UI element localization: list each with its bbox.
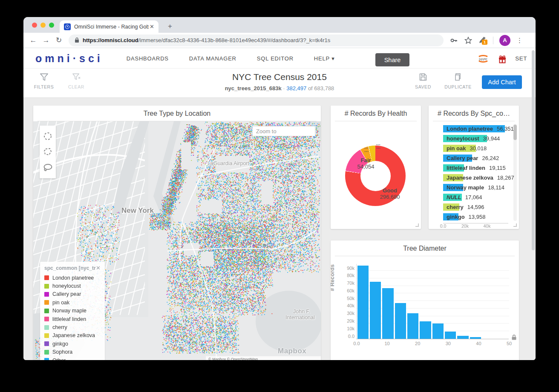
histogram-bar[interactable] bbox=[420, 321, 431, 339]
duplicate-button[interactable]: DUPLICATE bbox=[444, 73, 472, 89]
species-row[interactable]: littleleaf linden19,115 bbox=[429, 163, 510, 173]
species-x-axis bbox=[443, 223, 508, 223]
app-header: omni·sci DASHBOARDSDATA MANAGERSQL EDITO… bbox=[23, 49, 536, 69]
page-scrollbar-thumb[interactable] bbox=[532, 50, 535, 250]
map-attribution: © Mapbox © OpenStreetMap bbox=[206, 356, 321, 360]
legend-swatch bbox=[44, 275, 49, 280]
species-row[interactable]: London planetree56,351 bbox=[429, 124, 510, 134]
legend-item[interactable]: cherry bbox=[44, 323, 101, 331]
map-label-jfk-line1: John F. bbox=[293, 309, 310, 315]
map-chart-title[interactable]: Tree Type by Location bbox=[37, 106, 317, 121]
legend-item[interactable]: Other bbox=[44, 356, 101, 360]
minimize-window-button[interactable] bbox=[40, 23, 46, 28]
diameter-plot[interactable]: 0.010k20k30k40k50k60k70k80k90k0.01020304… bbox=[356, 264, 509, 339]
address-bar[interactable]: https://omnisci.cloud/immerse/dfac32c8-4… bbox=[69, 34, 444, 46]
histogram-bar[interactable] bbox=[357, 266, 369, 339]
browser-tab[interactable]: OmniSci Immerse - Racing Gob ✕ bbox=[60, 20, 158, 33]
species-axis-tick: 40k bbox=[483, 223, 490, 229]
legend-item[interactable]: Callery pear bbox=[44, 290, 101, 298]
histogram-bar[interactable] bbox=[370, 282, 381, 339]
species-row[interactable]: Norway maple18,114 bbox=[429, 183, 510, 192]
tab-close-icon[interactable]: ✕ bbox=[149, 23, 155, 30]
nav-item-dashboards[interactable]: DASHBOARDS bbox=[127, 55, 169, 62]
y-axis-tick: 50k bbox=[347, 296, 354, 301]
axis-lock-icon[interactable] bbox=[511, 335, 517, 340]
diameter-y-axis-label: # Records bbox=[331, 264, 335, 291]
species-scrollbar-thumb[interactable] bbox=[513, 125, 517, 140]
species-row[interactable]: Callery pear26,242 bbox=[429, 153, 510, 163]
share-button[interactable]: Share bbox=[375, 53, 409, 66]
legend-swatch bbox=[44, 350, 49, 355]
species-chart-body: London planetree56,351honeylocust39,944p… bbox=[429, 121, 519, 229]
nav-item-help[interactable]: HELP ▾ bbox=[314, 55, 335, 62]
reload-icon[interactable]: ↻ bbox=[52, 36, 65, 45]
legend-label: pin oak bbox=[52, 300, 69, 306]
saved-button[interactable]: SAVED bbox=[412, 73, 434, 89]
settings-link[interactable]: SET bbox=[515, 55, 527, 62]
password-key-icon[interactable] bbox=[450, 36, 458, 45]
forward-icon[interactable]: → bbox=[40, 36, 52, 45]
nav-item-sql-editor[interactable]: SQL EDITOR bbox=[257, 55, 294, 62]
bookmark-star-icon[interactable] bbox=[464, 36, 473, 45]
histogram-bar[interactable] bbox=[395, 303, 406, 339]
polygon-select-icon[interactable] bbox=[43, 147, 52, 157]
histogram-bar[interactable] bbox=[407, 313, 418, 339]
nav-item-data-manager[interactable]: DATA MANAGER bbox=[189, 55, 236, 62]
legend-item[interactable]: littleleaf linden bbox=[44, 315, 101, 323]
browser-menu-icon[interactable]: ⋮ bbox=[516, 37, 523, 44]
y-axis-tick: 80k bbox=[347, 273, 354, 278]
histogram-bar[interactable] bbox=[470, 337, 481, 339]
map-area: New York LaGuardia Airport John F. Inter… bbox=[33, 121, 321, 360]
jupyter-icon[interactable]: jupyter bbox=[477, 53, 490, 65]
legend-item[interactable]: honeylocust bbox=[44, 282, 101, 290]
legend-label: Norway maple bbox=[52, 308, 86, 314]
species-row-label: NULL17,064 bbox=[447, 192, 482, 202]
legend-close-icon[interactable]: ✕ bbox=[96, 265, 101, 271]
legend-item[interactable]: pin oak bbox=[44, 298, 101, 306]
histogram-bar[interactable] bbox=[445, 332, 456, 339]
lasso-select-icon[interactable] bbox=[43, 163, 53, 172]
legend-label: Sophora bbox=[52, 349, 72, 355]
legend-item[interactable]: Japanese zelkova bbox=[44, 332, 101, 340]
species-row[interactable]: NULL17,064 bbox=[429, 192, 510, 202]
profile-avatar[interactable]: A bbox=[499, 35, 510, 46]
species-row[interactable]: ginkgo13,958 bbox=[429, 212, 510, 222]
omnisci-logo[interactable]: omni·sci bbox=[35, 52, 103, 65]
close-window-button[interactable] bbox=[32, 23, 37, 28]
resize-handle[interactable] bbox=[513, 223, 517, 227]
zoom-to-input[interactable] bbox=[252, 126, 315, 136]
species-row[interactable]: honeylocust39,944 bbox=[429, 134, 510, 143]
legend-item[interactable]: London planetree bbox=[44, 274, 101, 282]
species-row-label: London planetree56,351 bbox=[447, 124, 514, 134]
species-chart-title[interactable]: # Records By Spc_co… bbox=[433, 106, 515, 121]
species-row[interactable]: cherry14,596 bbox=[429, 202, 510, 212]
extension-icon[interactable]: 1 bbox=[478, 35, 487, 46]
histogram-bar[interactable] bbox=[457, 336, 468, 339]
gift-icon[interactable] bbox=[497, 54, 507, 64]
diameter-x-axis-label: Tree Diameter bbox=[356, 359, 509, 360]
fullscreen-window-button[interactable] bbox=[49, 23, 54, 28]
toolbar-divider bbox=[493, 37, 493, 44]
legend-item[interactable]: Sophora bbox=[44, 348, 101, 356]
circle-select-icon[interactable] bbox=[43, 132, 52, 141]
histogram-bar[interactable] bbox=[382, 288, 393, 339]
diameter-chart-title[interactable]: Tree Diameter bbox=[335, 240, 515, 256]
legend-label: cherry bbox=[52, 324, 67, 330]
map-chart-card: Tree Type by Location bbox=[33, 106, 321, 360]
health-chart-title[interactable]: # Records By Health bbox=[335, 106, 417, 121]
species-scrollbar[interactable] bbox=[513, 124, 517, 221]
back-icon[interactable]: ← bbox=[27, 36, 40, 45]
x-axis-tick: 30 bbox=[446, 341, 451, 346]
legend-item[interactable]: Norway maple bbox=[44, 307, 101, 315]
histogram-bar[interactable] bbox=[432, 323, 444, 339]
add-chart-button[interactable]: Add Chart bbox=[482, 75, 522, 89]
species-row[interactable]: Japanese zelkova18,267 bbox=[429, 173, 510, 183]
new-tab-button[interactable]: + bbox=[165, 21, 175, 31]
legend-label: Callery pear bbox=[52, 291, 81, 297]
browser-window: OmniSci Immerse - Racing Gob ✕ + ← → ↻ h… bbox=[23, 17, 536, 360]
legend-item[interactable]: ginkgo bbox=[44, 340, 101, 348]
legend-swatch bbox=[44, 284, 49, 289]
species-row[interactable]: pin oak30,018 bbox=[429, 143, 510, 153]
url-host: https://omnisci.cloud bbox=[83, 37, 138, 43]
resize-handle[interactable] bbox=[415, 223, 419, 227]
